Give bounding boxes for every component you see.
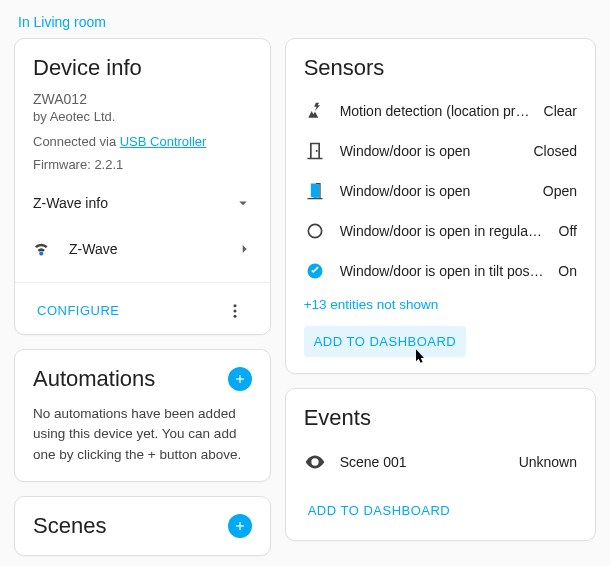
dots-vertical-icon [226,302,244,320]
door-icon [304,141,326,161]
motion-icon [304,101,326,121]
events-title: Events [304,405,577,431]
event-value: Unknown [519,454,577,470]
scenes-card: Scenes [14,496,271,556]
sensor-label: Window/door is open [340,183,529,199]
configure-button[interactable]: CONFIGURE [33,297,124,324]
event-label: Scene 001 [340,454,505,470]
device-firmware: Firmware: 2.2.1 [33,157,252,172]
breadcrumb-link[interactable]: In Living room [18,14,106,30]
sensor-row-door-open[interactable]: Window/door is open Open [304,171,577,211]
svg-point-3 [233,314,236,317]
svg-point-1 [233,304,236,307]
sensor-row-motion[interactable]: Motion detection (location pr… Clear [304,91,577,131]
chevron-down-icon [234,194,252,212]
sensor-row-door-closed[interactable]: Window/door is open Closed [304,131,577,171]
sensors-title: Sensors [304,55,577,81]
sensor-row-tilt[interactable]: Window/door is open in tilt pos… On [304,251,577,291]
eye-icon [304,451,326,473]
sensor-value: Open [543,183,577,199]
device-info-title: Device info [33,55,252,81]
plus-icon [233,519,247,533]
scenes-title: Scenes [33,513,106,539]
device-connection: Connected via USB Controller [33,134,252,149]
device-info-card: Device info ZWA012 by Aeotec Ltd. Connec… [14,38,271,335]
sensor-label: Window/door is open [340,143,520,159]
automations-card: Automations No automations have been add… [14,349,271,482]
sensor-label: Window/door is open in tilt pos… [340,263,545,279]
sensor-value: Clear [544,103,577,119]
event-row[interactable]: Scene 001 Unknown [304,441,577,483]
breadcrumb: In Living room [0,0,610,38]
add-scene-button[interactable] [228,514,252,538]
sensor-label: Motion detection (location pr… [340,103,530,119]
sensor-value: On [558,263,577,279]
add-automation-button[interactable] [228,367,252,391]
plus-icon [233,372,247,386]
add-to-dashboard-button[interactable]: ADD TO DASHBOARD [304,326,467,357]
device-manufacturer: by Aeotec Ltd. [33,109,252,124]
entities-hidden-link[interactable]: +13 entities not shown [304,297,439,312]
device-model: ZWA012 [33,91,252,107]
sensors-card: Sensors Motion detection (location pr… C… [285,38,596,374]
automations-title: Automations [33,366,155,392]
zwave-label: Z-Wave [69,241,117,257]
sensor-label: Window/door is open in regula… [340,223,545,239]
svg-point-2 [233,309,236,312]
zwave-icon [33,238,55,260]
usb-controller-link[interactable]: USB Controller [120,134,207,149]
svg-point-7 [313,460,317,464]
door-open-icon [304,181,326,201]
chevron-right-icon [236,241,252,257]
svg-point-5 [308,224,321,237]
zwave-info-expander[interactable]: Z-Wave info [33,190,252,216]
check-circle-icon [304,261,326,281]
automations-empty-text: No automations have been added using thi… [33,404,252,465]
sensor-row-regular[interactable]: Window/door is open in regula… Off [304,211,577,251]
sensor-value: Off [559,223,577,239]
svg-point-0 [39,252,43,256]
zwave-integration-row[interactable]: Z-Wave [33,232,252,266]
zwave-info-label: Z-Wave info [33,195,108,211]
svg-point-4 [315,150,317,152]
add-to-dashboard-button[interactable]: ADD TO DASHBOARD [304,497,455,524]
sensor-value: Closed [533,143,577,159]
events-card: Events Scene 001 Unknown ADD TO DASHBOAR… [285,388,596,541]
circle-outline-icon [304,221,326,241]
more-menu-button[interactable] [218,298,252,324]
